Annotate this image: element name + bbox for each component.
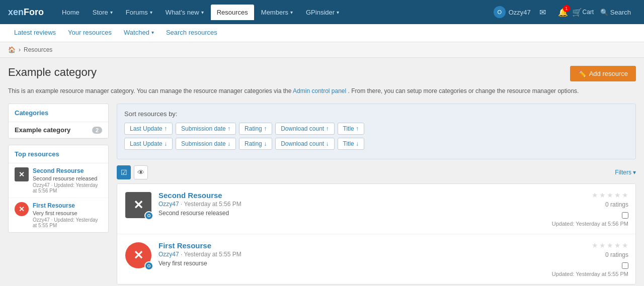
user-menu[interactable]: O Ozzy47 xyxy=(494,6,531,18)
admin-control-panel-link[interactable]: Admin control panel xyxy=(293,87,346,94)
sort-last-update-desc[interactable]: Last Update ↓ xyxy=(124,138,173,150)
resource-excerpt-0: Second resourse released xyxy=(158,210,542,217)
star-icon-1-0: ★ xyxy=(592,241,598,249)
star-icon-0-4: ★ xyxy=(622,191,628,199)
x-red-icon-1: ✕ xyxy=(15,202,29,216)
logo[interactable]: xenForo xyxy=(8,7,44,18)
breadcrumb: 🏠 › Resources xyxy=(0,42,644,58)
sort-row-desc: Last Update ↓ Submission date ↓ Rating ↓… xyxy=(124,138,628,150)
username: Ozzy47 xyxy=(509,9,531,16)
nav-whats-new[interactable]: What's new ▾ xyxy=(159,5,210,20)
resource-thumb-small-0: ✕ xyxy=(15,167,29,181)
resource-author-link-0[interactable]: Ozzy47 xyxy=(158,201,179,208)
subnav-your-resources[interactable]: Your resources xyxy=(62,25,118,41)
nav-right: O Ozzy47 ✉ 🔔 1 🛒 Cart 🔍 Search xyxy=(494,4,636,20)
nav-resources[interactable]: Resources xyxy=(211,5,254,20)
sort-title-asc[interactable]: Title ↑ xyxy=(338,123,365,135)
cart-icon-btn[interactable]: 🛒 Cart xyxy=(575,4,591,20)
breadcrumb-current: Resources xyxy=(24,46,52,53)
subnav-latest-reviews[interactable]: Latest reviews xyxy=(8,25,62,41)
sidebar: Categories Example category 2 Top resour… xyxy=(8,104,109,284)
x-icon-0: ✕ xyxy=(15,167,29,181)
star-icon-0-2: ★ xyxy=(607,191,613,199)
resource-name-0[interactable]: Second Resourse xyxy=(158,191,542,200)
avatar: O xyxy=(494,6,506,18)
resource-name-1[interactable]: First Resourse xyxy=(158,241,542,250)
sort-rating-desc[interactable]: Rating ↓ xyxy=(239,138,272,150)
top-resource-name-1[interactable]: First Resourse xyxy=(33,202,102,209)
gpinsider-chevron-icon: ▾ xyxy=(337,10,339,15)
resource-right-1: ★ ★ ★ ★ ★ 0 ratings Updated: Yesterday a… xyxy=(548,241,628,277)
messages-icon-btn[interactable]: ✉ xyxy=(535,4,551,20)
filters-button[interactable]: Filters ▾ xyxy=(615,169,636,176)
filters-chevron-icon: ▾ xyxy=(633,169,636,176)
add-resource-label: Add resource xyxy=(589,70,628,77)
top-navigation: xenForo Home Store ▾ Forums ▾ What's new… xyxy=(0,0,644,24)
nav-forums[interactable]: Forums ▾ xyxy=(120,5,158,20)
sort-title-desc[interactable]: Title ↓ xyxy=(338,138,365,150)
star-icon-1-3: ★ xyxy=(614,241,621,249)
table-row: ✕ O First Resourse Ozzy47 · Yesterday at… xyxy=(117,234,635,284)
table-row: ✕ O Second Resourse Ozzy47 · Yesterday a… xyxy=(117,184,635,234)
content-layout: Categories Example category 2 Top resour… xyxy=(8,104,636,284)
view-list-button[interactable]: ☑ xyxy=(117,165,131,179)
category-count: 2 xyxy=(92,127,102,134)
filters-label: Filters xyxy=(615,169,631,176)
cart-label: Cart xyxy=(582,9,594,16)
main-area: Sort resources by: Last Update ↑ Submiss… xyxy=(117,104,636,284)
sort-last-update-asc[interactable]: Last Update ↑ xyxy=(124,123,173,135)
star-icon-1-4: ★ xyxy=(622,241,628,249)
view-grid-button[interactable]: 👁 xyxy=(134,165,148,179)
logo-part2: Foro xyxy=(24,7,44,17)
resource-body-1: First Resourse Ozzy47 · Yesterday at 5:5… xyxy=(158,241,542,267)
home-icon[interactable]: 🏠 xyxy=(8,46,16,53)
categories-title: Categories xyxy=(9,104,108,122)
sort-box: Sort resources by: Last Update ↑ Submiss… xyxy=(117,104,636,159)
star-icon-1-1: ★ xyxy=(599,241,606,249)
resource-excerpt-1: Very first resourse xyxy=(158,260,542,267)
forums-chevron-icon: ▾ xyxy=(150,10,152,15)
resource-author-date-0: Ozzy47 · Yesterday at 5:56 PM xyxy=(158,201,542,208)
resource-stars-0: ★ ★ ★ ★ ★ xyxy=(592,191,628,199)
page-header: Example category ✏️ Add resource xyxy=(8,66,636,81)
search-icon: 🔍 xyxy=(600,9,608,16)
list-controls: ☑ 👁 Filters ▾ xyxy=(117,165,636,179)
resource-checkbox-0[interactable] xyxy=(622,212,628,219)
logo-part1: xen xyxy=(8,7,24,17)
add-resource-button[interactable]: ✏️ Add resource xyxy=(570,66,636,81)
resource-right-0: ★ ★ ★ ★ ★ 0 ratings Updated: Yesterday a… xyxy=(548,191,628,227)
breadcrumb-separator: › xyxy=(19,46,21,53)
sub-navigation: Latest reviews Your resources Watched ▾ … xyxy=(0,24,644,42)
category-label: Example category xyxy=(15,126,70,134)
top-resource-meta-1: Ozzy47 · Updated: Yesterday at 5:55 PM xyxy=(33,217,102,228)
nav-members[interactable]: Members ▾ xyxy=(255,5,299,20)
resource-thumb-1: ✕ O xyxy=(124,241,152,269)
resource-author-link-1[interactable]: Ozzy47 xyxy=(158,251,179,258)
sidebar-category-example[interactable]: Example category 2 xyxy=(9,122,108,138)
subnav-watched[interactable]: Watched ▾ xyxy=(118,25,160,41)
top-resource-desc-0: Second resourse released xyxy=(33,175,102,181)
top-resources-section: Top resources ✕ Second Resourse Second r… xyxy=(8,145,109,233)
search-label: Search xyxy=(610,9,631,16)
ratings-count-1: 0 ratings xyxy=(605,251,628,258)
sort-submission-date-desc[interactable]: Submission date ↓ xyxy=(176,138,236,150)
nav-home[interactable]: Home xyxy=(56,5,86,20)
nav-gpinsider[interactable]: GPinsider ▾ xyxy=(300,5,345,20)
sort-submission-date-asc[interactable]: Submission date ↑ xyxy=(176,123,236,135)
ratings-count-0: 0 ratings xyxy=(605,201,628,208)
top-resource-name-0[interactable]: Second Resourse xyxy=(33,167,102,174)
star-icon-1-2: ★ xyxy=(607,241,613,249)
star-icon-0-0: ★ xyxy=(592,191,598,199)
subnav-search-resources[interactable]: Search resources xyxy=(160,25,223,41)
store-chevron-icon: ▾ xyxy=(110,10,113,15)
sort-download-count-asc[interactable]: Download count ↑ xyxy=(275,123,334,135)
sort-rating-asc[interactable]: Rating ↑ xyxy=(239,123,272,135)
nav-items: Home Store ▾ Forums ▾ What's new ▾ Resou… xyxy=(56,5,494,20)
star-icon-0-3: ★ xyxy=(614,191,621,199)
nav-store[interactable]: Store ▾ xyxy=(87,5,119,20)
alerts-icon-btn[interactable]: 🔔 1 xyxy=(555,4,571,20)
resource-checkbox-1[interactable] xyxy=(622,262,628,269)
members-chevron-icon: ▾ xyxy=(290,10,293,15)
sort-download-count-desc[interactable]: Download count ↓ xyxy=(275,138,334,150)
search-button[interactable]: 🔍 Search xyxy=(595,6,636,19)
